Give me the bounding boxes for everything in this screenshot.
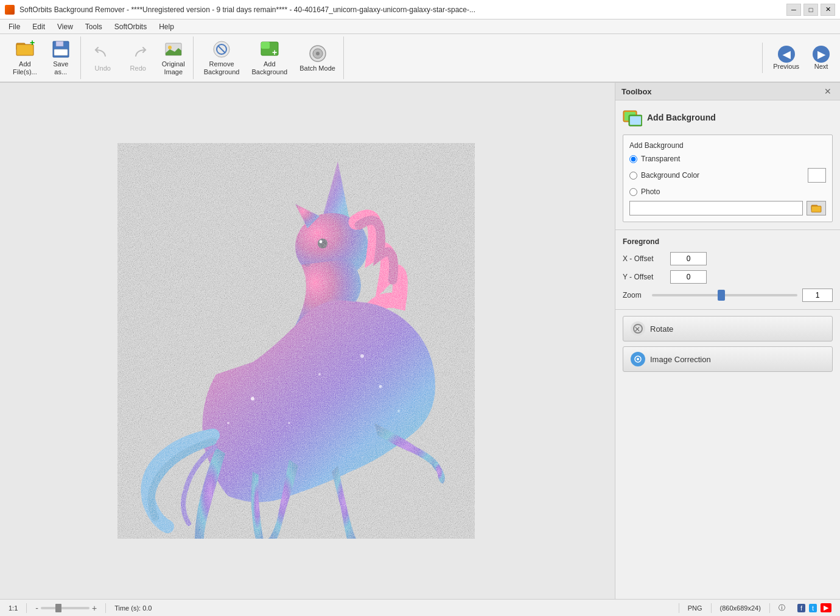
svg-point-25 bbox=[360, 354, 364, 358]
previous-button[interactable]: ◀ Previous bbox=[768, 43, 805, 73]
next-label: Next bbox=[814, 63, 828, 70]
section-header: Add Background bbox=[623, 108, 833, 127]
menu-softorbits[interactable]: SoftOrbits bbox=[108, 21, 153, 32]
batch-mode-button[interactable]: Batch Mode bbox=[294, 40, 341, 76]
svg-point-16 bbox=[316, 52, 320, 55]
status-sep-3 bbox=[679, 603, 679, 613]
svg-rect-4 bbox=[56, 41, 63, 46]
maximize-button[interactable]: □ bbox=[803, 4, 818, 16]
rotate-button[interactable]: ✕ Rotate bbox=[623, 316, 833, 341]
photo-browse-button[interactable] bbox=[807, 201, 826, 215]
y-offset-row: Y - Offset bbox=[623, 270, 833, 284]
svg-rect-31 bbox=[630, 116, 641, 125]
menu-edit[interactable]: Edit bbox=[26, 21, 51, 32]
menu-file[interactable]: File bbox=[2, 21, 26, 32]
app-icon bbox=[5, 5, 15, 15]
remove-background-icon bbox=[212, 40, 231, 59]
x-offset-label: X - Offset bbox=[623, 254, 665, 263]
radio-photo[interactable] bbox=[629, 188, 637, 196]
main-content: Toolbox ✕ Add Background Add Background bbox=[0, 83, 840, 599]
bg-color-picker[interactable] bbox=[808, 168, 826, 183]
toolbox-close-button[interactable]: ✕ bbox=[822, 86, 834, 96]
canvas-area[interactable] bbox=[0, 83, 615, 599]
unicorn-image bbox=[94, 134, 520, 548]
save-as-icon bbox=[51, 40, 71, 59]
menu-view[interactable]: View bbox=[51, 21, 79, 32]
menu-tools[interactable]: Tools bbox=[79, 21, 108, 32]
redo-button[interactable]: Redo bbox=[121, 40, 155, 76]
svg-text:+: + bbox=[30, 40, 35, 47]
menu-help[interactable]: Help bbox=[153, 21, 180, 32]
status-bar: 1:1 - + Time (s): 0.0 PNG (860x689x24) ⓘ… bbox=[0, 599, 840, 616]
save-as-label: Saveas... bbox=[53, 60, 68, 76]
minimize-button[interactable]: ─ bbox=[786, 4, 801, 16]
zoom-row: Zoom bbox=[623, 289, 833, 302]
status-sep-4 bbox=[711, 603, 712, 613]
zoom-slider-thumb[interactable] bbox=[718, 290, 725, 301]
add-files-button[interactable]: + AddFile(s)... bbox=[7, 37, 43, 79]
radio-row-bg-color: Background Color bbox=[629, 168, 826, 183]
undo-icon bbox=[93, 44, 113, 63]
svg-point-7 bbox=[168, 46, 172, 49]
zoom-slider-track bbox=[652, 294, 797, 296]
zoom-track-thumb[interactable] bbox=[55, 604, 61, 612]
image-correction-icon bbox=[631, 352, 645, 366]
social-youtube-icon[interactable]: ▶ bbox=[821, 603, 831, 612]
photo-input-row bbox=[629, 201, 826, 215]
svg-rect-33 bbox=[811, 206, 821, 212]
original-image-button[interactable]: OriginalImage bbox=[156, 37, 191, 79]
toolbox-header: Toolbox ✕ bbox=[615, 83, 840, 100]
photo-path-input[interactable] bbox=[629, 201, 803, 215]
social-facebook-icon[interactable]: f bbox=[797, 604, 805, 612]
radio-transparent[interactable] bbox=[629, 155, 637, 163]
bg-color-label: Background Color bbox=[641, 171, 804, 180]
svg-point-20 bbox=[304, 263, 310, 267]
radio-row-photo: Photo bbox=[629, 187, 826, 196]
zoom-status-section: 1:1 bbox=[5, 604, 21, 612]
section-title: Add Background bbox=[647, 113, 716, 122]
photo-label: Photo bbox=[641, 187, 826, 196]
social-twitter-icon[interactable]: t bbox=[809, 604, 817, 612]
add-background-section: Add Background Add Background Transparen… bbox=[615, 100, 840, 230]
radio-row-transparent: Transparent bbox=[629, 155, 826, 163]
zoom-slider-section: - + bbox=[32, 603, 100, 613]
title-bar-text: SoftOrbits Background Remover - ****Unre… bbox=[19, 5, 782, 14]
add-background-icon: + bbox=[260, 40, 279, 59]
svg-point-23 bbox=[379, 385, 382, 388]
next-button[interactable]: ▶ Next bbox=[807, 43, 835, 73]
dimensions-section: (860x689x24) bbox=[716, 604, 765, 612]
radio-bg-color[interactable] bbox=[629, 172, 637, 180]
zoom-value-input[interactable] bbox=[802, 289, 833, 302]
close-button[interactable]: ✕ bbox=[821, 4, 835, 16]
toolbar-group-bg: RemoveBackground + AddBackground Batch bbox=[196, 37, 344, 79]
previous-icon: ◀ bbox=[778, 46, 795, 63]
undo-button[interactable]: Undo bbox=[86, 40, 120, 76]
redo-icon bbox=[128, 44, 148, 63]
section-icon bbox=[623, 108, 642, 127]
x-offset-input[interactable] bbox=[670, 252, 707, 265]
zoom-level-label: 1:1 bbox=[9, 604, 18, 612]
action-section: ✕ Rotate Image Correction bbox=[615, 310, 840, 378]
status-sep-1 bbox=[26, 603, 27, 613]
zoom-minus-icon[interactable]: - bbox=[35, 603, 38, 613]
time-section: Time (s): 0.0 bbox=[111, 604, 674, 612]
save-as-button[interactable]: Saveas... bbox=[44, 37, 78, 79]
info-icon[interactable]: ⓘ bbox=[779, 603, 785, 612]
svg-point-27 bbox=[397, 410, 400, 412]
image-correction-button[interactable]: Image Correction bbox=[623, 346, 833, 372]
dimensions-label: (860x689x24) bbox=[720, 604, 761, 612]
y-offset-input[interactable] bbox=[670, 270, 707, 284]
svg-point-19 bbox=[320, 240, 323, 243]
add-background-button[interactable]: + AddBackground bbox=[246, 37, 293, 79]
remove-background-button[interactable]: RemoveBackground bbox=[198, 37, 245, 79]
add-files-label: AddFile(s)... bbox=[13, 60, 37, 76]
svg-point-21 bbox=[251, 397, 254, 401]
x-offset-row: X - Offset bbox=[623, 252, 833, 265]
toolbox-title: Toolbox bbox=[621, 87, 652, 96]
toolbar: + AddFile(s)... Saveas... bbox=[0, 34, 840, 83]
zoom-plus-icon[interactable]: + bbox=[92, 603, 97, 613]
title-bar-buttons: ─ □ ✕ bbox=[786, 4, 835, 16]
zoom-label: Zoom bbox=[623, 291, 647, 299]
add-background-label: AddBackground bbox=[251, 60, 287, 76]
toolbar-group-files: + AddFile(s)... Saveas... bbox=[5, 37, 81, 79]
